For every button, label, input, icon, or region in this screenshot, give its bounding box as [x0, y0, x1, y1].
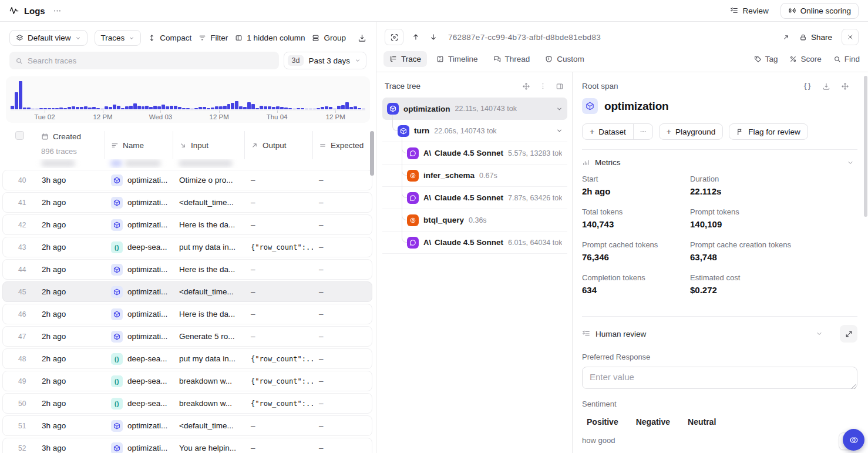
- cell-input: You are helpin...: [173, 444, 245, 452]
- previous-trace-button[interactable]: [411, 33, 421, 41]
- task-icon: [111, 219, 123, 231]
- histogram-bar: [297, 108, 300, 109]
- move-icon[interactable]: [522, 82, 530, 90]
- search-box[interactable]: [9, 52, 279, 69]
- detail-scrollbar-thumb[interactable]: [864, 76, 867, 217]
- group-button[interactable]: Group: [312, 33, 346, 42]
- table-row[interactable]: 513h agooptimizati...<default_time...––: [2, 415, 372, 436]
- histogram-bar: [309, 109, 312, 109]
- share-button[interactable]: Share: [799, 33, 832, 42]
- search-input[interactable]: [28, 56, 273, 65]
- table-row[interactable]: 452h agooptimizati...<default_time...––: [2, 281, 372, 302]
- trace-tree-node[interactable]: btql_query0.36s: [382, 209, 567, 231]
- cell-created: 3h ago: [36, 176, 105, 184]
- equals-icon: [319, 142, 327, 149]
- column-header-expected[interactable]: Expected: [312, 131, 372, 159]
- page-menu-button[interactable]: [53, 6, 62, 15]
- table-row[interactable]: 482h ago()deep-sea...put my data in...{"…: [2, 348, 372, 369]
- chevron-down-icon[interactable]: [556, 127, 563, 134]
- trace-tree-node[interactable]: A\Claude 4.5 Sonnet5.57s, 13283 tok: [382, 142, 567, 165]
- trace-tree-node[interactable]: infer_schema0.67s: [382, 165, 567, 187]
- export-button[interactable]: [358, 33, 366, 42]
- traces-list-panel: Default view Traces Compact Filter 1 hid…: [0, 22, 376, 453]
- tab-thread[interactable]: Thread: [487, 51, 536, 67]
- trace-tree-node[interactable]: turn22.06s, 140743 tok: [382, 120, 567, 142]
- tab-custom[interactable]: Custom: [539, 51, 590, 67]
- chevron-down-icon[interactable]: [816, 330, 826, 337]
- sentiment-positive-button[interactable]: Positive: [587, 417, 618, 427]
- histogram-bar: [207, 108, 210, 109]
- dataset-more-button[interactable]: [633, 124, 652, 139]
- histogram-bar: [235, 101, 238, 109]
- column-header-input[interactable]: Input: [173, 131, 244, 159]
- chevron-down-icon[interactable]: [556, 106, 563, 112]
- tab-timeline[interactable]: Timeline: [430, 51, 484, 67]
- focus-view-button[interactable]: [385, 29, 403, 45]
- anthropic-logo: A\: [423, 193, 431, 202]
- select-all-checkbox[interactable]: [15, 131, 24, 140]
- table-row[interactable]: 472h agooptimizati...Generate 5 ro...––: [2, 326, 372, 347]
- table-row[interactable]: 403h agooptimizati...Otimize o pro...––: [2, 170, 372, 190]
- open-in-new-icon[interactable]: [782, 33, 790, 41]
- column-header-name[interactable]: Name: [105, 131, 173, 159]
- histogram-bar: [129, 106, 133, 109]
- panel-icon[interactable]: [556, 82, 564, 90]
- cell-expected: –: [313, 265, 372, 274]
- preferred-response-input[interactable]: [582, 367, 857, 389]
- move-icon[interactable]: [841, 82, 849, 90]
- broadcast-icon: [788, 6, 796, 15]
- table-row[interactable]: 502h ago()deep-sea...breakdown w...{"row…: [2, 393, 372, 414]
- table-row[interactable]: 422h agooptimizati...Here is the da...––: [2, 214, 372, 235]
- flag-for-review-button[interactable]: Flag for review: [729, 123, 808, 140]
- find-button[interactable]: Find: [833, 55, 860, 63]
- table-row[interactable]: 412h agooptimizati...<default_time...––: [2, 192, 372, 213]
- download-icon[interactable]: [822, 82, 830, 90]
- row-number: 51: [3, 422, 36, 430]
- playground-button[interactable]: + Playground: [659, 123, 724, 140]
- function-icon: (): [111, 398, 123, 410]
- trace-tree-node[interactable]: A\Claude 4.5 Sonnet7.87s, 63426 tok: [382, 187, 567, 209]
- review-button[interactable]: Review: [730, 6, 768, 15]
- chevron-down-icon[interactable]: [847, 159, 857, 166]
- online-scoring-button[interactable]: Online scoring: [780, 3, 859, 19]
- trace-tree-node[interactable]: A\Claude 4.5 Sonnet6.01s, 64034 tok: [382, 231, 567, 254]
- table-row[interactable]: 462h agooptimizati...Here is the da...––: [2, 304, 372, 324]
- metric: Estimated cost$0.272: [690, 273, 857, 295]
- sentiment-neutral-button[interactable]: Neutral: [688, 417, 716, 427]
- score-button[interactable]: Score: [789, 55, 821, 63]
- table-row[interactable]: 492h ago()deep-sea...breakdown w...{"row…: [2, 371, 372, 391]
- task-icon: [387, 103, 399, 115]
- expand-review-button[interactable]: [840, 325, 857, 343]
- table-row[interactable]: 432h ago()deep-sea...put my data in...{"…: [2, 237, 372, 257]
- time-range-selector[interactable]: 3d Past 3 days: [284, 52, 366, 69]
- histogram-bar: [166, 106, 169, 109]
- histogram-bar: [251, 104, 255, 109]
- next-trace-button[interactable]: [428, 33, 439, 41]
- add-to-dataset-button[interactable]: + Dataset: [583, 124, 633, 139]
- histogram-bar: [362, 109, 365, 109]
- sentiment-negative-button[interactable]: Negative: [636, 417, 670, 427]
- column-header-created[interactable]: Created: [35, 131, 105, 142]
- tab-trace[interactable]: Trace: [383, 51, 427, 67]
- filter-button[interactable]: Filter: [199, 33, 228, 42]
- row-number: 40: [3, 176, 36, 184]
- tool-icon: [407, 170, 419, 182]
- assistant-fab-button[interactable]: [843, 429, 864, 451]
- close-panel-button[interactable]: [842, 29, 859, 45]
- table-row[interactable]: 442h agooptimizati...Here is the da...––: [2, 259, 372, 280]
- table-row[interactable]: 523h agooptimizati...You are helpin...––: [2, 438, 372, 453]
- tag-button[interactable]: Tag: [754, 55, 778, 63]
- code-view-button[interactable]: {}: [803, 82, 812, 90]
- cell-output: –: [245, 176, 313, 184]
- histogram-bar: [153, 106, 157, 109]
- trace-tree-node[interactable]: optimization22.11s, 140743 tok: [382, 98, 567, 120]
- trace-detail-panel: 762887e7-cc99-4b73-afbf-d8bde81ebd83 Sha…: [376, 22, 868, 453]
- traces-selector[interactable]: Traces: [95, 30, 142, 46]
- list-scrollbar-thumb[interactable]: [370, 131, 374, 176]
- more-vertical-icon[interactable]: [539, 82, 547, 90]
- compact-button[interactable]: Compact: [148, 33, 191, 42]
- column-header-output[interactable]: Output: [244, 131, 312, 159]
- hidden-column-button[interactable]: 1 hidden column: [235, 33, 305, 42]
- cell-created: 2h ago: [36, 243, 105, 251]
- view-selector[interactable]: Default view: [9, 30, 88, 46]
